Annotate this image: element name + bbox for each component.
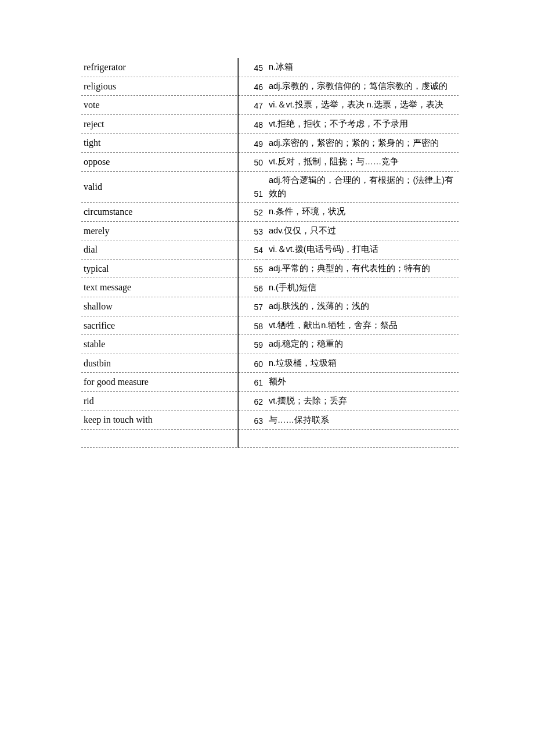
definition: adv.仅仅，只不过	[266, 221, 459, 240]
row-number: 57	[238, 297, 267, 316]
table-row: reject48vt.拒绝，拒收；不予考虑，不予录用	[81, 114, 459, 134]
row-number: 45	[238, 58, 267, 77]
definition: 额外	[266, 373, 459, 392]
definition: vi.＆vt.投票，选举，表决 n.选票，选举，表决	[266, 96, 459, 115]
table-row: tight49adj.亲密的，紧密的；紧的；紧身的；严密的	[81, 134, 459, 153]
table-row: dial54vi.＆vt.拨(电话号码)，打电话	[81, 240, 459, 260]
table-row: for good measure61额外	[81, 373, 459, 392]
definition: vt.牺牲，献出n.牺牲，舍弃；祭品	[266, 316, 459, 335]
table-row: typical55adj.平常的；典型的，有代表性的；特有的	[81, 259, 459, 278]
table-row: vote47vi.＆vt.投票，选举，表决 n.选票，选举，表决	[81, 96, 459, 115]
english-term: keep in touch with	[81, 411, 238, 430]
row-number: 53	[238, 221, 267, 240]
definition: n.(手机)短信	[266, 278, 459, 297]
table-row: refrigerator45n.冰箱	[81, 58, 459, 77]
table-row: merely53adv.仅仅，只不过	[81, 221, 459, 240]
definition: n.条件，环境，状况	[266, 202, 459, 221]
table-row: rid62vt.摆脱；去除；丢弃	[81, 391, 459, 411]
english-term: religious	[81, 77, 238, 96]
document-page: refrigerator45n.冰箱religious46adj.宗教的，宗教信…	[0, 0, 534, 756]
row-number: 62	[238, 391, 267, 411]
definition: adj.宗教的，宗教信仰的；笃信宗教的，虔诚的	[266, 77, 459, 96]
english-term: typical	[81, 259, 238, 278]
english-term: dial	[81, 240, 238, 260]
row-number: 55	[238, 259, 267, 278]
row-number: 59	[238, 335, 267, 354]
english-term: vote	[81, 96, 238, 115]
definition: adj.稳定的；稳重的	[266, 335, 459, 354]
definition: vt.反对，抵制，阻挠；与……竞争	[266, 152, 459, 171]
table-row: religious46adj.宗教的，宗教信仰的；笃信宗教的，虔诚的	[81, 77, 459, 96]
definition: adj.肤浅的，浅薄的；浅的	[266, 297, 459, 316]
english-term: valid	[81, 171, 238, 202]
table-row: keep in touch with63与……保持联系	[81, 411, 459, 430]
row-number: 46	[238, 77, 267, 96]
vocabulary-table: refrigerator45n.冰箱religious46adj.宗教的，宗教信…	[81, 58, 459, 448]
definition: adj.平常的；典型的，有代表性的；特有的	[266, 259, 459, 278]
row-number: 63	[238, 411, 267, 430]
table-row: oppose50vt.反对，抵制，阻挠；与……竞争	[81, 152, 459, 171]
definition: adj.符合逻辑的，合理的，有根据的；(法律上)有效的	[266, 171, 459, 202]
english-term: dustbin	[81, 354, 238, 373]
row-number: 54	[238, 240, 267, 260]
english-term: shallow	[81, 297, 238, 316]
row-number: 56	[238, 278, 267, 297]
row-number: 58	[238, 316, 267, 335]
table-row: circumstance52n.条件，环境，状况	[81, 202, 459, 221]
english-term: for good measure	[81, 373, 238, 392]
definition: vt.拒绝，拒收；不予考虑，不予录用	[266, 114, 459, 134]
table-row: valid51adj.符合逻辑的，合理的，有根据的；(法律上)有效的	[81, 171, 459, 202]
english-term: oppose	[81, 152, 238, 171]
row-number: 49	[238, 134, 267, 153]
table-row-empty	[81, 430, 459, 448]
english-term: sacrifice	[81, 316, 238, 335]
table-row: text message56n.(手机)短信	[81, 278, 459, 297]
definition: 与……保持联系	[266, 411, 459, 430]
definition: vi.＆vt.拨(电话号码)，打电话	[266, 240, 459, 260]
definition: vt.摆脱；去除；丢弃	[266, 391, 459, 411]
english-term: circumstance	[81, 202, 238, 221]
row-number: 50	[238, 152, 267, 171]
english-term: stable	[81, 335, 238, 354]
table-row: sacrifice58vt.牺牲，献出n.牺牲，舍弃；祭品	[81, 316, 459, 335]
english-term: rid	[81, 391, 238, 411]
definition: n.垃圾桶，垃圾箱	[266, 354, 459, 373]
row-number: 48	[238, 114, 267, 134]
table-row: dustbin60n.垃圾桶，垃圾箱	[81, 354, 459, 373]
row-number: 52	[238, 202, 267, 221]
definition: n.冰箱	[266, 58, 459, 77]
english-term: tight	[81, 134, 238, 153]
row-number: 47	[238, 96, 267, 115]
table-row: shallow57adj.肤浅的，浅薄的；浅的	[81, 297, 459, 316]
definition: adj.亲密的，紧密的；紧的；紧身的；严密的	[266, 134, 459, 153]
table-row: stable59adj.稳定的；稳重的	[81, 335, 459, 354]
row-number: 60	[238, 354, 267, 373]
english-term: reject	[81, 114, 238, 134]
english-term: merely	[81, 221, 238, 240]
row-number: 51	[238, 171, 267, 202]
english-term: text message	[81, 278, 238, 297]
english-term: refrigerator	[81, 58, 238, 77]
row-number: 61	[238, 373, 267, 392]
